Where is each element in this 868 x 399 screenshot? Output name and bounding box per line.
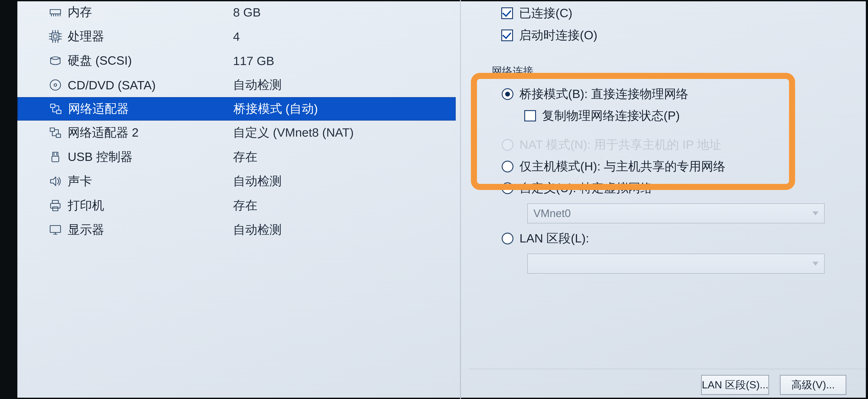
lan-segments-button[interactable]: LAN 区段(S)... (701, 375, 769, 395)
lan-segment-option[interactable]: LAN 区段(L): (484, 228, 850, 250)
hardware-name: 处理器 (68, 28, 228, 45)
device-settings-pane: 已连接(C) 启动时连接(O) 网络连接 桥接模式(B): 直接连接物理网络 复… (469, 0, 866, 399)
bridged-label: 桥接模式(B): 直接连接物理网络 (520, 86, 688, 102)
svg-rect-30 (52, 200, 58, 203)
hardware-list[interactable]: 内存8 GB处理器4硬盘 (SCSI)117 GBCD/DVD (SATA)自动… (18, 0, 456, 242)
cpu-icon (48, 29, 63, 44)
nat-label: NAT 模式(N): 用于共享主机的 IP 地址 (520, 137, 721, 153)
svg-point-20 (50, 80, 61, 90)
hardware-value: 8 GB (233, 5, 456, 19)
chevron-down-icon (812, 262, 818, 266)
advanced-button[interactable]: 高级(V)... (780, 375, 846, 395)
settings-button-row: LAN 区段(S)... 高级(V)... (469, 369, 866, 395)
chevron-down-icon (812, 211, 818, 215)
nat-radio[interactable] (502, 139, 514, 151)
connected-option[interactable]: 已连接(C) (479, 2, 855, 24)
hardware-value: 自动检测 (233, 222, 456, 238)
replicate-state-checkbox[interactable] (524, 110, 536, 122)
replicate-state-label: 复制物理网络连接状态(P) (542, 107, 680, 124)
advanced-button-label: 高级(V)... (792, 378, 835, 392)
hardware-value: 自动检测 (233, 77, 456, 93)
hardware-row-net2[interactable]: 网络适配器 2自定义 (VMnet8 (NAT) (18, 121, 456, 145)
hardware-value: 存在 (233, 149, 456, 165)
photo-left-edge (0, 0, 18, 399)
hostonly-option[interactable]: 仅主机模式(H): 与主机共享的专用网络 (484, 156, 850, 177)
connect-at-poweron-checkbox[interactable] (501, 30, 513, 41)
lan-segment-radio[interactable] (502, 233, 514, 244)
svg-rect-22 (51, 104, 55, 107)
hardware-name: 内存 (68, 4, 228, 21)
hardware-row-hdd[interactable]: 硬盘 (SCSI)117 GB (18, 48, 456, 73)
network-connection-group: 网络连接 桥接模式(B): 直接连接物理网络 复制物理网络连接状态(P) NAT… (477, 66, 857, 287)
connect-at-poweron-label: 启动时连接(O) (519, 27, 597, 43)
hardware-value: 自定义 (VMnet8 (NAT) (233, 125, 456, 141)
connected-checkbox[interactable] (501, 7, 513, 19)
hardware-name: 网络适配器 (68, 101, 229, 117)
hardware-name: USB 控制器 (68, 149, 228, 165)
custom-option[interactable]: 自定义(U): 特定虚拟网络 (484, 177, 850, 199)
hardware-name: 声卡 (68, 173, 228, 190)
svg-rect-0 (50, 9, 61, 14)
svg-rect-7 (54, 35, 57, 38)
hdd-icon (48, 53, 63, 68)
hardware-value: 桥接模式 (自动) (234, 101, 455, 117)
printer-icon (48, 198, 63, 213)
svg-rect-23 (57, 110, 61, 113)
memory-icon (48, 5, 63, 20)
hardware-row-cd[interactable]: CD/DVD (SATA)自动检测 (18, 73, 456, 97)
pane-separator (460, 0, 461, 399)
hardware-name: 显示器 (68, 222, 228, 238)
svg-rect-32 (53, 207, 58, 211)
lan-segments-button-label: LAN 区段(S)... (702, 378, 768, 392)
cd-icon (48, 77, 63, 93)
hostonly-label: 仅主机模式(H): 与主机共享的专用网络 (520, 158, 725, 175)
device-status-group: 已连接(C) 启动时连接(O) (469, 0, 866, 53)
nat-option[interactable]: NAT 模式(N): 用于共享主机的 IP 地址 (484, 134, 850, 156)
svg-rect-26 (53, 152, 58, 156)
svg-rect-6 (52, 33, 59, 40)
hardware-row-printer[interactable]: 打印机存在 (18, 193, 456, 218)
hardware-row-usb[interactable]: USB 控制器存在 (18, 145, 456, 169)
hardware-name: 网络适配器 2 (68, 125, 228, 141)
replicate-state-option[interactable]: 复制物理网络连接状态(P) (484, 105, 850, 127)
custom-network-select[interactable]: VMnet0 (527, 203, 825, 223)
hardware-name: 硬盘 (SCSI) (68, 53, 228, 69)
hardware-value: 自动检测 (233, 173, 456, 190)
connect-at-poweron-option[interactable]: 启动时连接(O) (479, 24, 855, 46)
svg-point-21 (54, 84, 57, 86)
bridged-radio[interactable] (502, 88, 514, 100)
hardware-row-cpu[interactable]: 处理器4 (18, 24, 456, 48)
network-group-title: 网络连接 (490, 64, 535, 78)
connected-label: 已连接(C) (519, 5, 572, 22)
hardware-row-net1[interactable]: 网络适配器桥接模式 (自动) (18, 97, 456, 121)
lan-segment-label: LAN 区段(L): (520, 230, 589, 247)
display-icon (48, 222, 63, 237)
hardware-value: 4 (233, 30, 456, 43)
hostonly-radio[interactable] (502, 161, 514, 172)
hardware-row-display[interactable]: 显示器自动检测 (18, 218, 456, 242)
hardware-row-audio[interactable]: 声卡自动检测 (18, 169, 456, 193)
custom-radio[interactable] (502, 182, 514, 194)
hardware-name: 打印机 (68, 197, 228, 214)
network-icon (48, 125, 63, 140)
hardware-row-memory[interactable]: 内存8 GB (18, 0, 456, 24)
custom-network-value: VMnet0 (533, 207, 571, 220)
audio-icon (48, 174, 63, 189)
hardware-name: CD/DVD (SATA) (68, 78, 228, 92)
hardware-list-pane: 内存8 GB处理器4硬盘 (SCSI)117 GBCD/DVD (SATA)自动… (18, 0, 456, 399)
bridged-option[interactable]: 桥接模式(B): 直接连接物理网络 (484, 83, 850, 105)
photo-right-edge (866, 0, 868, 399)
network-icon (48, 101, 63, 117)
hardware-value: 117 GB (233, 54, 456, 68)
lan-segment-select[interactable] (527, 254, 825, 274)
svg-rect-31 (51, 203, 60, 208)
custom-label: 自定义(U): 特定虚拟网络 (520, 180, 653, 196)
svg-rect-33 (50, 226, 61, 232)
svg-rect-27 (52, 156, 59, 162)
usb-icon (48, 149, 63, 165)
hardware-value: 存在 (233, 197, 456, 214)
svg-rect-25 (56, 134, 61, 137)
svg-rect-24 (50, 128, 55, 131)
